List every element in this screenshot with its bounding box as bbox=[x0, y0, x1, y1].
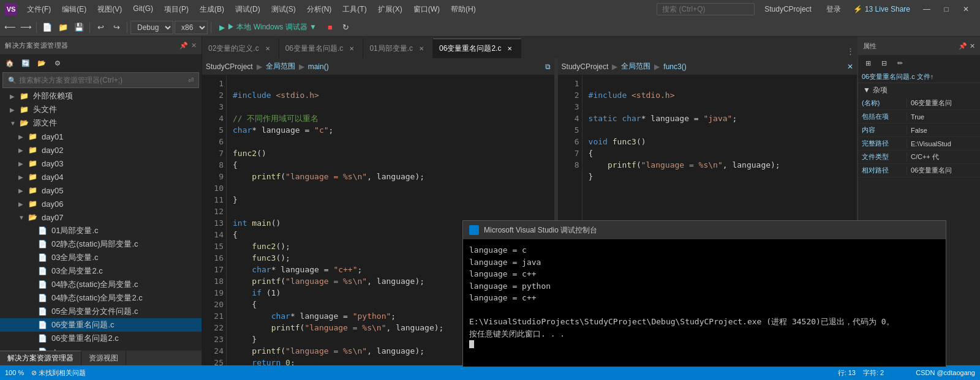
props-row-name: (名称) 06变量重名问 bbox=[858, 97, 980, 110]
login-button[interactable]: 登录 bbox=[821, 3, 846, 16]
props-val[interactable]: E:\VisualStud bbox=[907, 140, 980, 147]
toolbar-restart[interactable]: ↻ bbox=[339, 20, 353, 35]
props-val[interactable]: True bbox=[907, 113, 980, 121]
toolbar-back[interactable]: ⟵ bbox=[2, 20, 17, 35]
tree-item-day04[interactable]: ▶ 📁 day04 bbox=[0, 170, 202, 184]
sidebar-tb-2[interactable]: 🔄 bbox=[18, 56, 33, 70]
tab-06rename2[interactable]: 06变量重名问题2.c ✕ bbox=[433, 39, 521, 58]
menu-tools[interactable]: 工具(T) bbox=[337, 2, 371, 17]
tree-item-day02[interactable]: ▶ 📁 day02 bbox=[0, 143, 202, 157]
editor-left-nav: StudyCProject ▶ 全局范围 ▶ main() ⧉ bbox=[202, 58, 554, 75]
sidebar-tb-3[interactable]: 📂 bbox=[34, 56, 49, 70]
tab-06var[interactable]: 06变量量名问题.c ✕ bbox=[279, 39, 364, 58]
console-line-2: language = java bbox=[469, 256, 940, 269]
properties-section-misc[interactable]: ▼ 杂项 bbox=[858, 83, 980, 97]
c-file-icon: 📄 bbox=[38, 334, 49, 343]
sidebar-tb-1[interactable]: 🏠 bbox=[2, 56, 17, 70]
tab-02[interactable]: 02变量的定义.c ✕ bbox=[202, 39, 279, 58]
tab-list-button[interactable]: ⋮ bbox=[843, 43, 858, 58]
props-key: 内容 bbox=[858, 125, 907, 135]
toolbar-open[interactable]: 📁 bbox=[56, 20, 70, 35]
vs-logo: VS bbox=[5, 3, 17, 15]
menu-test[interactable]: 测试(S) bbox=[266, 2, 301, 17]
properties-header: 属性 📌 ✕ bbox=[858, 37, 980, 55]
status-zoom: 100 % bbox=[5, 369, 24, 376]
sidebar-search-input[interactable] bbox=[19, 76, 186, 84]
menu-extensions[interactable]: 扩展(X) bbox=[373, 2, 407, 17]
global-search-input[interactable] bbox=[657, 3, 755, 15]
split-close-icon[interactable]: ✕ bbox=[847, 62, 853, 71]
tree-file-05multi[interactable]: 📄 05全局变量分文件问题.c bbox=[0, 305, 202, 318]
menu-file[interactable]: 文件(F) bbox=[22, 2, 56, 17]
props-tb-1[interactable]: ⊞ bbox=[861, 56, 875, 70]
menu-help[interactable]: 帮助(H) bbox=[446, 2, 481, 17]
sidebar-pin[interactable]: 📌 bbox=[179, 42, 189, 50]
platform-dropdown[interactable]: x86 bbox=[175, 21, 208, 34]
tab-solution-explorer[interactable]: 解决方案资源管理器 bbox=[0, 351, 81, 365]
tab-01local[interactable]: 01局部变量.c ✕ bbox=[363, 39, 433, 58]
tab-resource-view[interactable]: 资源视图 bbox=[81, 351, 126, 365]
live-share-button[interactable]: ⚡ 13 Live Share bbox=[848, 4, 915, 15]
maximize-button[interactable]: □ bbox=[937, 2, 956, 17]
minimize-button[interactable]: — bbox=[918, 2, 936, 17]
toolbar-redo[interactable]: ↪ bbox=[109, 20, 124, 35]
folder-icon: 📁 bbox=[20, 92, 31, 100]
toolbar-save-all[interactable]: 💾 bbox=[72, 20, 86, 35]
properties-pin[interactable]: 📌 bbox=[959, 42, 967, 50]
close-button[interactable]: ✕ bbox=[957, 2, 975, 17]
menu-git[interactable]: Git(G) bbox=[128, 2, 158, 17]
split-icon[interactable]: ⧉ bbox=[545, 62, 551, 71]
props-val[interactable]: C/C++ 代 bbox=[907, 152, 980, 162]
menu-edit[interactable]: 编辑(E) bbox=[57, 2, 91, 17]
tab-close-icon[interactable]: ✕ bbox=[417, 43, 426, 53]
menu-analyze[interactable]: 分析(N) bbox=[302, 2, 337, 17]
toolbar-forward[interactable]: ⟶ bbox=[18, 20, 33, 35]
console-titlebar: Microsoft Visual Studio 调试控制台 bbox=[463, 221, 946, 239]
folder-icon: 📁 bbox=[28, 199, 39, 208]
menu-debug[interactable]: 调试(D) bbox=[230, 2, 265, 17]
toolbar-stop[interactable]: ■ bbox=[323, 20, 337, 35]
toolbar-sep-4 bbox=[211, 22, 211, 33]
tree-item-sources[interactable]: ▼ 📂 源文件 bbox=[0, 116, 202, 130]
c-file-icon: 📄 bbox=[38, 226, 49, 235]
tree-file-04static-global[interactable]: 📄 04静态(static)全局变量.c bbox=[0, 278, 202, 291]
props-tb-2[interactable]: ⊟ bbox=[876, 56, 891, 70]
toolbar-new-project[interactable]: 📄 bbox=[40, 20, 55, 35]
menu-view[interactable]: 视图(V) bbox=[92, 2, 127, 17]
sidebar-tb-4[interactable]: ⚙ bbox=[50, 56, 65, 70]
tab-close-icon[interactable]: ✕ bbox=[505, 44, 514, 54]
tab-close-icon[interactable]: ✕ bbox=[263, 43, 273, 53]
tree-file-01[interactable]: 📄 01局部变量.c bbox=[0, 224, 202, 237]
tree-item-headers[interactable]: ▶ 📁 头文件 bbox=[0, 103, 202, 116]
menu-bar: 文件(F) 编辑(E) 视图(V) Git(G) 项目(P) 生成(B) 调试(… bbox=[22, 2, 654, 17]
tree-file-demo[interactable]: 📄 demo.c bbox=[0, 345, 202, 351]
tree-item-day05[interactable]: ▶ 📁 day05 bbox=[0, 184, 202, 197]
sidebar-close-icon[interactable]: ✕ bbox=[191, 42, 197, 50]
props-val[interactable]: False bbox=[907, 127, 980, 134]
tree-item-day07[interactable]: ▼ 📂 day07 bbox=[0, 210, 202, 224]
menu-window[interactable]: 窗口(W) bbox=[409, 2, 445, 17]
tree-file-06rename2[interactable]: 📄 06变量重名问题2.c bbox=[0, 332, 202, 345]
run-debugger-button[interactable]: ▶ ▶ 本地 Windows 调试器 ▼ bbox=[214, 21, 322, 34]
tree-item-external-deps[interactable]: ▶ 📁 外部依赖项 bbox=[0, 89, 202, 103]
tree-item-day01[interactable]: ▶ 📁 day01 bbox=[0, 130, 202, 143]
breadcrumb-func: main() bbox=[308, 62, 329, 71]
menu-project[interactable]: 项目(P) bbox=[159, 2, 194, 17]
tree-file-04static-global2[interactable]: 📄 04静态(static)全局变量2.c bbox=[0, 291, 202, 305]
toolbar-undo[interactable]: ↩ bbox=[93, 20, 108, 35]
tree-file-02static[interactable]: 📄 02静态(static)局部变量.c bbox=[0, 237, 202, 251]
tree-file-06rename[interactable]: 📄 06变量重名问题.c bbox=[0, 318, 202, 332]
tree-file-03global[interactable]: 📄 03全局变量.c bbox=[0, 251, 202, 264]
debug-config-dropdown[interactable]: Debug bbox=[130, 21, 173, 34]
tree-item-day03[interactable]: ▶ 📁 day03 bbox=[0, 157, 202, 170]
sidebar-search-go[interactable]: ⏎ bbox=[188, 76, 194, 84]
props-val[interactable]: 06变量重名问 bbox=[907, 99, 980, 108]
tree-file-03global2[interactable]: 📄 03全局变量2.c bbox=[0, 264, 202, 278]
props-tb-3[interactable]: ✏ bbox=[892, 56, 907, 70]
sidebar-header: 解决方案资源管理器 📌 ✕ bbox=[0, 37, 202, 55]
properties-close-icon[interactable]: ✕ bbox=[970, 42, 975, 50]
tree-item-day06[interactable]: ▶ 📁 day06 bbox=[0, 197, 202, 210]
props-val[interactable]: 06变量重名问 bbox=[907, 166, 980, 175]
menu-build[interactable]: 生成(B) bbox=[195, 2, 229, 17]
tab-close-icon[interactable]: ✕ bbox=[347, 43, 356, 53]
